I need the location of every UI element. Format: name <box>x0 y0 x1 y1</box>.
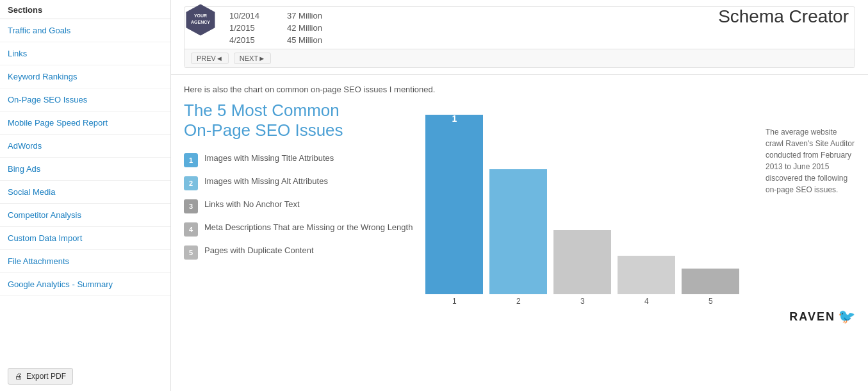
list-item: 2 Images with Missing Alt Attributes <box>184 176 413 190</box>
raven-bird-icon: 🐦 <box>838 308 855 325</box>
issue-badge-2: 2 <box>184 176 198 190</box>
issue-badge-3: 3 <box>184 199 198 213</box>
raven-logo: RAVEN 🐦 <box>789 308 855 325</box>
issue-list: 1 Images with Missing Title Attributes 2… <box>184 153 413 260</box>
chart-title: The 5 Most CommonOn-Page SEO Issues <box>184 101 413 140</box>
list-item: 5 Pages with Duplicate Content <box>184 245 413 260</box>
bar-2-wrap: 2 <box>489 169 547 306</box>
bar-1-wrap: 1 1 <box>425 102 483 306</box>
issue-badge-4: 4 <box>184 222 198 237</box>
sidebar-item-social-media[interactable]: Social Media <box>0 181 170 204</box>
bar-5-num: 5 <box>708 297 713 306</box>
bar-1-num: 1 <box>452 297 457 306</box>
chart-description: The average website crawl Raven's Site A… <box>766 126 855 196</box>
issue-badge-1: 1 <box>184 153 198 167</box>
chart-left-panel: The 5 Most CommonOn-Page SEO Issues 1 Im… <box>184 101 413 331</box>
sidebar-item-mobile-page-speed[interactable]: Mobile Page Speed Report <box>0 112 170 135</box>
printer-icon: 🖨 <box>15 372 22 381</box>
sidebar-item-competitor-analysis[interactable]: Competitor Analysis <box>0 204 170 227</box>
bar-3-num: 3 <box>580 297 585 306</box>
sidebar-item-onpage-seo[interactable]: On-Page SEO Issues <box>0 88 170 112</box>
list-item: 3 Links with No Anchor Text <box>184 199 413 213</box>
bar-4 <box>618 256 675 294</box>
svg-text:YOUR: YOUR <box>194 13 207 18</box>
list-item: 1 Images with Missing Title Attributes <box>184 153 413 167</box>
agency-logo: YOUR AGENCY <box>184 3 217 39</box>
prev-button[interactable]: PREV◄ <box>191 53 229 64</box>
svg-text:AGENCY: AGENCY <box>191 20 210 24</box>
main-content: Schema Creator YOUR AGENCY 10/2014 37 Mi… <box>171 0 868 391</box>
next-button[interactable]: NEXT► <box>234 53 271 64</box>
table-area: YOUR AGENCY 10/2014 37 Million 1/2015 42… <box>171 0 868 75</box>
bar-5 <box>682 269 739 294</box>
sidebar-item-custom-data-import[interactable]: Custom Data Import <box>0 227 170 250</box>
sidebar-item-traffic-goals[interactable]: Traffic and Goals <box>0 19 170 42</box>
table-row: 10/2014 37 Million <box>229 10 855 22</box>
sidebar-item-adwords[interactable]: AdWords <box>0 135 170 158</box>
list-item: 4 Meta Descriptions That are Missing or … <box>184 222 413 237</box>
bar-4-wrap: 4 <box>618 256 675 306</box>
info-text: Here is also the chart on common on-page… <box>171 75 868 101</box>
sidebar-header: Sections <box>0 0 170 19</box>
bar-2 <box>489 169 547 294</box>
bar-5-wrap: 5 <box>682 269 739 306</box>
sidebar-item-links[interactable]: Links <box>0 42 170 65</box>
issue-badge-5: 5 <box>184 245 198 260</box>
sidebar-item-file-attachments[interactable]: File Attachments <box>0 250 170 273</box>
bar-3 <box>553 230 611 294</box>
bar-chart: 1 1 2 3 4 <box>425 101 855 331</box>
sidebar-item-google-analytics-summary[interactable]: Google Analytics - Summary <box>0 273 170 296</box>
bar-2-num: 2 <box>516 297 521 306</box>
sidebar-footer: 🖨 Export PDF <box>0 362 170 391</box>
sidebar: Sections Traffic and Goals Links Keyword… <box>0 0 171 391</box>
table-row: 1/2015 42 Million <box>229 22 855 34</box>
bar-1-label: 1 <box>452 113 457 124</box>
sidebar-item-bing-ads[interactable]: Bing Ads <box>0 158 170 181</box>
chart-section: The 5 Most CommonOn-Page SEO Issues 1 Im… <box>171 101 868 331</box>
data-table: 10/2014 37 Million 1/2015 42 Million 4/2… <box>184 6 855 68</box>
bar-4-num: 4 <box>644 297 649 306</box>
export-pdf-button[interactable]: 🖨 Export PDF <box>8 368 73 385</box>
table-row: 4/2015 45 Million <box>229 34 855 46</box>
bar-3-wrap: 3 <box>553 230 611 306</box>
bar-1 <box>425 115 483 294</box>
sidebar-item-keyword-rankings[interactable]: Keyword Rankings <box>0 65 170 88</box>
